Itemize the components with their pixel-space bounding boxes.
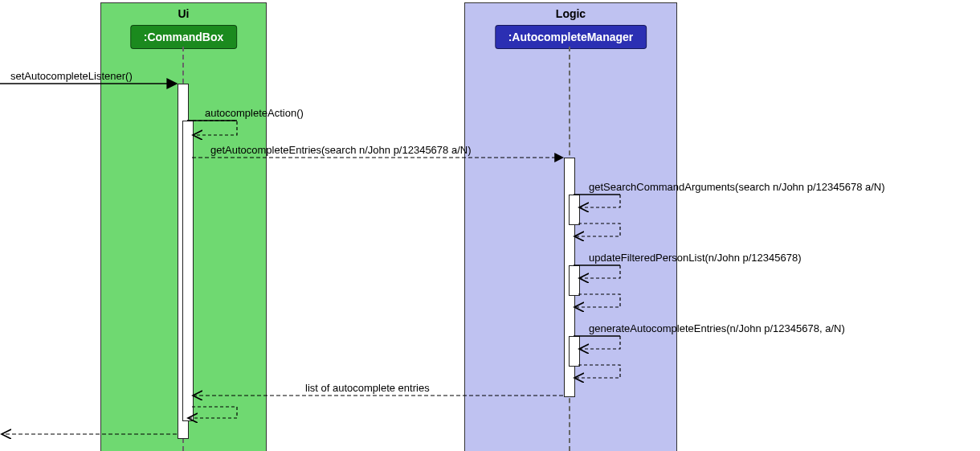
activation-ui-inner: [182, 121, 194, 421]
activation-logic-self3: [569, 336, 580, 367]
activation-logic-self2: [569, 265, 580, 296]
class-autocompletemanager: :AutocompleteManager: [495, 25, 647, 49]
msg-getsearchcommandarguments: getSearchCommandArguments(search n/John …: [589, 181, 885, 193]
msg-updatefilteredpersonlist: updateFilteredPersonList(n/John p/123456…: [589, 252, 802, 264]
msg-autocompleteaction: autocompleteAction(): [205, 107, 304, 119]
msg-generateautocompleteentries: generateAutocompleteEntries(n/John p/123…: [589, 322, 845, 334]
participant-logic-title: Logic: [465, 7, 676, 20]
participant-ui-title: Ui: [101, 7, 266, 20]
msg-getautocompleteentries: getAutocompleteEntries(search n/John p/1…: [210, 144, 471, 156]
class-commandbox: :CommandBox: [130, 25, 238, 49]
msg-setautocompletelistener: setAutocompleteListener(): [10, 70, 133, 82]
activation-logic-self1: [569, 195, 580, 225]
msg-return-listentries: list of autocomplete entries: [305, 382, 430, 394]
